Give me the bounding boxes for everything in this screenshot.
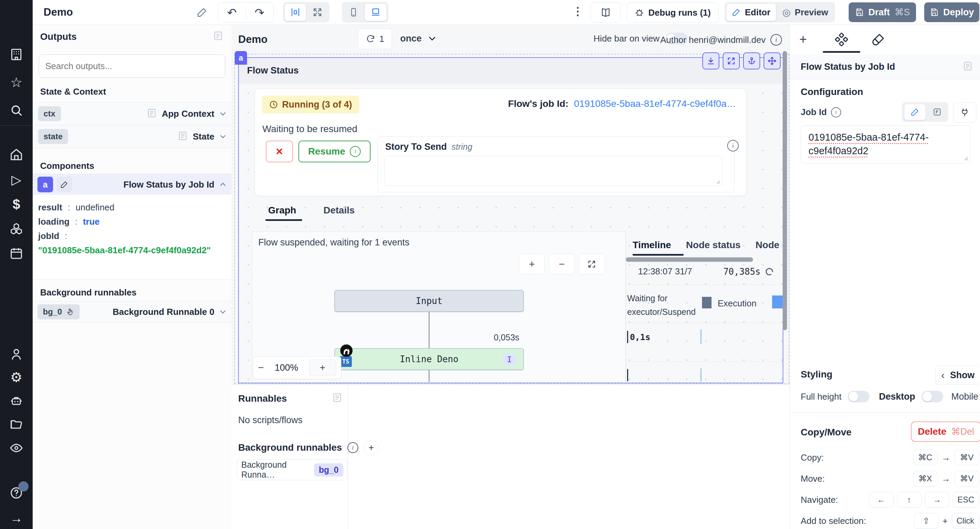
chevron-down-icon[interactable] xyxy=(219,133,227,140)
tab-node[interactable]: Node xyxy=(756,240,779,250)
runnables-doc-icon[interactable] xyxy=(332,392,342,404)
more-menu-kebab-icon[interactable]: ⋮ xyxy=(572,5,583,18)
help-icon[interactable] xyxy=(10,486,23,500)
running-status-label: Running (3 of 4) xyxy=(282,99,352,110)
desktop-toggle[interactable] xyxy=(921,391,943,402)
full-height-toggle[interactable] xyxy=(848,391,869,402)
settings-gear-icon[interactable]: ⚙ xyxy=(10,370,23,384)
zoom-in-button[interactable]: + xyxy=(309,359,336,376)
workers-robot-icon[interactable] xyxy=(10,394,23,408)
outputs-doc-icon[interactable] xyxy=(213,31,223,42)
audit-eye-icon[interactable] xyxy=(10,441,23,455)
form-info-icon[interactable]: i xyxy=(727,140,739,151)
edit-title-pencil-icon[interactable] xyxy=(197,7,208,18)
tab-details[interactable]: Details xyxy=(323,205,355,216)
pencil-icon xyxy=(911,108,920,116)
component-row-selected[interactable]: a Flow Status by Job Id xyxy=(33,174,231,195)
timeline-start: 12:38:07 31/7 xyxy=(638,266,692,277)
chevron-down-icon[interactable] xyxy=(219,308,227,315)
search-icon[interactable] xyxy=(10,104,23,117)
run-mode-dropdown[interactable]: once xyxy=(400,29,437,48)
resume-button[interactable]: Resume i xyxy=(298,140,371,163)
connect-input-button[interactable] xyxy=(953,102,976,123)
move-component-button[interactable] xyxy=(764,53,781,69)
chevron-up-icon[interactable] xyxy=(219,181,227,188)
draft-label: Draft xyxy=(869,7,890,18)
dock-divider xyxy=(348,385,348,529)
variables-dollar-icon[interactable]: $ xyxy=(10,198,23,211)
background-runnable-item[interactable]: Background Runna… bg_0 xyxy=(237,459,348,480)
copymove-heading: Copy/Move xyxy=(801,427,851,438)
workspace-building-icon[interactable] xyxy=(10,48,23,61)
fx-input-mode-button[interactable] xyxy=(928,104,946,120)
editor-label: Editor xyxy=(745,7,770,18)
flow-status-component[interactable]: Flow Status Running (3 of 4) Flow's job … xyxy=(238,57,783,383)
user-icon[interactable] xyxy=(10,347,23,361)
search-outputs-input[interactable] xyxy=(39,54,225,78)
draft-button[interactable]: Draft ⌘S xyxy=(849,2,916,22)
graph-zoom-out-button[interactable]: − xyxy=(549,253,575,275)
delete-component-button[interactable]: Delete ⌘Del xyxy=(911,421,980,442)
redo-button[interactable]: ↷ xyxy=(246,6,273,19)
fullscreen-component-button[interactable] xyxy=(723,53,740,69)
job-id-link[interactable]: 0191085e-5baa-81ef-4774-c9ef4f0a… xyxy=(574,99,736,109)
author-label: Author henri@windmill.dev xyxy=(660,35,765,45)
timeline-hscrollbar[interactable] xyxy=(626,257,753,262)
component-tab-handle[interactable]: a xyxy=(235,51,247,65)
tab-node-status[interactable]: Node status xyxy=(686,240,740,250)
graph-fit-button[interactable] xyxy=(579,253,605,275)
debug-runs-button[interactable]: Debug runs (1) xyxy=(627,2,719,23)
add-background-runnable-button[interactable]: + xyxy=(364,440,379,455)
canvas-vscrollbar[interactable] xyxy=(783,51,787,330)
favorites-star-icon[interactable]: ☆ xyxy=(10,76,23,89)
expand-rail-arrow-icon[interactable]: → xyxy=(10,511,23,525)
undo-button[interactable]: ↶ xyxy=(218,6,246,19)
deploy-button[interactable]: Deploy xyxy=(924,2,979,22)
schedules-calendar-icon[interactable] xyxy=(10,247,23,260)
full-width-layout-button[interactable] xyxy=(307,4,328,21)
styling-show-button[interactable]: ‹ Show xyxy=(935,366,980,385)
tab-css-brush-icon[interactable] xyxy=(872,33,885,46)
background-runnable-row[interactable]: bg_0 Background Runnable 0 xyxy=(33,301,231,323)
background-runnables-title: Background runnables xyxy=(238,442,342,453)
folders-icon[interactable] xyxy=(10,417,23,431)
tab-settings-component-icon[interactable] xyxy=(835,33,848,46)
rename-component-button[interactable] xyxy=(56,177,72,192)
timeline-tick-start xyxy=(627,331,628,343)
resources-cubes-icon[interactable] xyxy=(10,222,23,236)
node-result-badge[interactable]: I xyxy=(503,354,516,365)
info-icon[interactable]: i xyxy=(347,442,358,453)
tab-insert-plus-icon[interactable]: + xyxy=(799,33,807,45)
shortcut-row-copy: Copy: ⌘C → ⌘V xyxy=(801,448,980,467)
centered-layout-button[interactable] xyxy=(285,3,306,21)
job-id-textarea[interactable]: 0191085e-5baa-81ef-4774- c9ef4f0a92d2 xyxy=(801,125,971,163)
ctx-row[interactable]: ctx App Context xyxy=(33,102,231,125)
desktop-view-button[interactable] xyxy=(364,3,387,21)
chevron-down-icon[interactable] xyxy=(219,110,227,118)
state-row[interactable]: state State xyxy=(33,125,231,148)
info-icon[interactable]: i xyxy=(770,34,782,46)
static-input-mode-button[interactable] xyxy=(904,104,926,120)
runs-play-icon[interactable]: ▷ xyxy=(10,173,23,186)
tab-timeline[interactable]: Timeline xyxy=(633,240,671,250)
inspector-doc-icon[interactable] xyxy=(963,61,973,73)
graph-node-input[interactable]: Input xyxy=(334,290,524,312)
anchor-component-button[interactable] xyxy=(743,53,760,69)
refresh-count-button[interactable]: 1 xyxy=(358,29,392,49)
runnables-empty-text: No scripts/flows xyxy=(238,415,302,425)
home-icon[interactable] xyxy=(10,148,23,161)
story-textarea[interactable] xyxy=(385,156,722,186)
graph-zoom-in-button[interactable]: + xyxy=(519,253,545,275)
prop-key: loading xyxy=(38,217,69,227)
mobile-view-button[interactable] xyxy=(343,4,364,21)
flow-graph-panel: Flow suspended, waiting for 1 events + −… xyxy=(252,231,626,382)
tab-graph[interactable]: Graph xyxy=(268,205,296,216)
expand-down-button[interactable] xyxy=(702,53,719,69)
zoom-out-button[interactable]: − xyxy=(258,362,264,373)
docs-book-button[interactable] xyxy=(591,2,620,23)
info-icon[interactable]: i xyxy=(831,107,841,118)
cancel-button[interactable]: ✕ xyxy=(266,140,293,163)
graph-node-inline-deno[interactable]: Inline Deno TS I xyxy=(334,348,524,370)
preview-tab[interactable]: ◎ Preview xyxy=(777,4,834,21)
editor-tab[interactable]: Editor xyxy=(726,3,776,21)
